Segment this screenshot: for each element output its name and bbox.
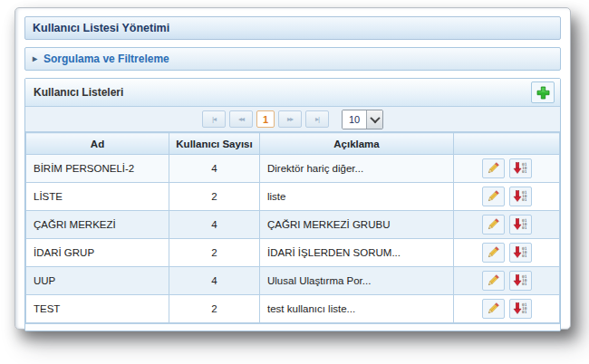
download-arrow-icon: 011001	[513, 302, 527, 316]
edit-button[interactable]	[482, 271, 505, 291]
panel-title: Kullanıcı Listeleri	[34, 86, 123, 99]
export-button[interactable]: 011001	[509, 299, 532, 319]
svg-text:01: 01	[522, 225, 527, 230]
paginator-prev-button[interactable]: ◂◂	[229, 110, 253, 128]
table-footer	[25, 323, 560, 330]
cell-ad: BİRİM PERSONELİ-2	[26, 155, 169, 183]
export-button[interactable]: 011001	[509, 243, 532, 263]
pencil-icon	[486, 302, 500, 316]
page-title-text: Kullanıcı Listesi Yönetimi	[33, 22, 169, 34]
download-arrow-icon: 011001	[513, 189, 527, 204]
cell-ad: ÇAĞRI MERKEZİ	[26, 211, 169, 239]
chevron-right-icon: ▸	[33, 54, 37, 63]
svg-text:01: 01	[522, 197, 527, 202]
cell-count: 4	[169, 211, 260, 239]
filter-panel-label: Sorgulama ve Filtreleme	[43, 48, 169, 70]
column-header-desc[interactable]: Açıklama	[260, 133, 454, 155]
user-lists-panel: Kullanıcı Listeleri |◂ ◂◂ 1 ▸▸ ▸| 10	[24, 78, 561, 331]
download-arrow-icon: 011001	[513, 245, 527, 260]
paginator: |◂ ◂◂ 1 ▸▸ ▸| 10	[25, 107, 560, 132]
pencil-icon	[486, 217, 500, 232]
edit-button[interactable]	[482, 187, 505, 206]
svg-text:01: 01	[522, 310, 527, 314]
pencil-icon	[486, 189, 500, 204]
cell-desc: Direktör hariç diğer...	[260, 155, 454, 183]
column-header-actions	[454, 133, 560, 155]
paginator-first-button[interactable]: |◂	[202, 110, 226, 128]
cell-ad: İDARİ GRUP	[26, 239, 169, 267]
table-header-row: Ad Kullanıcı Sayısı Açıklama	[26, 133, 560, 155]
svg-text:01: 01	[522, 282, 527, 286]
export-button[interactable]: 011001	[509, 215, 532, 235]
user-lists-table: Ad Kullanıcı Sayısı Açıklama BİRİM PERSO…	[25, 132, 560, 323]
page-size-select[interactable]: 10	[342, 110, 383, 129]
cell-count: 2	[169, 239, 260, 267]
download-arrow-icon: 011001	[513, 217, 527, 232]
page-size-value: 10	[343, 110, 366, 129]
cell-ad: LİSTE	[26, 183, 169, 211]
pencil-icon	[486, 273, 500, 288]
pencil-icon	[486, 245, 500, 260]
table-row: TEST 2 test kullanıcı liste... 011001	[26, 295, 560, 323]
user-list-window: Kullanıcı Listesi Yönetimi ▸ Sorgulama v…	[14, 7, 571, 330]
paginator-current-page[interactable]: 1	[256, 110, 275, 128]
chevron-down-icon	[370, 112, 380, 122]
plus-icon	[536, 86, 550, 100]
page-title: Kullanıcı Listesi Yönetimi	[24, 16, 561, 40]
cell-desc: ÇAĞRI MERKEZİ GRUBU	[260, 211, 454, 239]
export-button[interactable]: 011001	[509, 158, 532, 178]
svg-text:01: 01	[522, 169, 527, 174]
cell-count: 4	[169, 267, 260, 295]
edit-button[interactable]	[482, 243, 505, 263]
cell-desc: İDARİ İŞLERDEN SORUM...	[260, 239, 454, 267]
edit-button[interactable]	[482, 299, 505, 319]
table-row: UUP 4 Ulusal Ulaştırma Por... 011001	[26, 267, 560, 295]
cell-desc: Ulusal Ulaştırma Por...	[260, 267, 454, 295]
download-arrow-icon: 011001	[513, 161, 527, 176]
download-arrow-icon: 011001	[513, 273, 527, 288]
dropdown-button[interactable]	[366, 110, 382, 129]
edit-button[interactable]	[482, 158, 505, 178]
cell-desc: liste	[260, 183, 454, 211]
column-header-ad[interactable]: Ad	[26, 133, 169, 155]
user-lists-panel-header: Kullanıcı Listeleri	[25, 79, 560, 107]
pencil-icon	[486, 161, 500, 176]
cell-count: 4	[169, 155, 260, 183]
paginator-next-button[interactable]: ▸▸	[278, 110, 302, 128]
edit-button[interactable]	[482, 215, 505, 235]
paginator-last-button[interactable]: ▸|	[305, 110, 329, 128]
cell-count: 2	[169, 295, 260, 323]
svg-text:01: 01	[522, 254, 527, 258]
column-header-count[interactable]: Kullanıcı Sayısı	[169, 133, 260, 155]
table-row: ÇAĞRI MERKEZİ 4 ÇAĞRI MERKEZİ GRUBU 0110…	[26, 211, 560, 239]
export-button[interactable]: 011001	[509, 271, 532, 291]
cell-ad: TEST	[26, 295, 169, 323]
add-list-button[interactable]	[531, 81, 555, 103]
export-button[interactable]: 011001	[509, 187, 532, 206]
table-row: LİSTE 2 liste 011001	[26, 183, 560, 211]
cell-ad: UUP	[26, 267, 169, 295]
table-row: BİRİM PERSONELİ-2 4 Direktör hariç diğer…	[26, 155, 560, 183]
filter-panel-header[interactable]: ▸ Sorgulama ve Filtreleme	[24, 47, 561, 71]
cell-count: 2	[169, 183, 260, 211]
cell-desc: test kullanıcı liste...	[260, 295, 454, 323]
table-row: İDARİ GRUP 2 İDARİ İŞLERDEN SORUM... 011…	[26, 239, 560, 267]
